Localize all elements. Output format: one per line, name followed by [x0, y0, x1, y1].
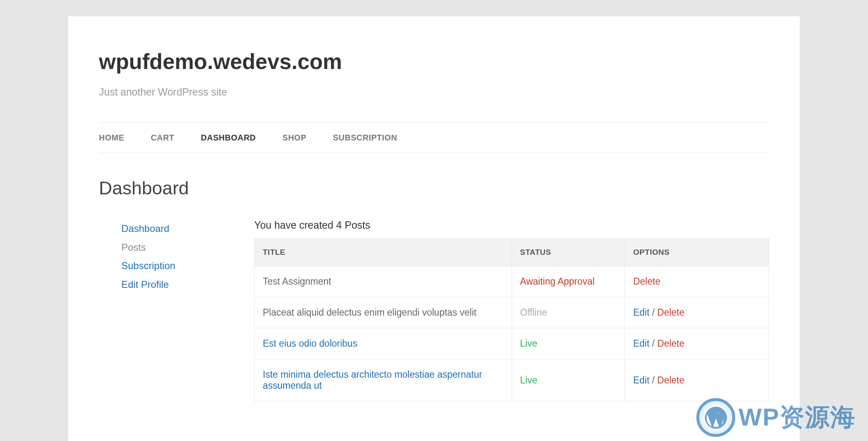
post-title[interactable]: Iste minima delectus architecto molestia…	[255, 359, 512, 401]
post-options: Edit / Delete	[625, 297, 769, 328]
post-title[interactable]: Est eius odio doloribus	[255, 328, 512, 359]
col-options: OPTIONS	[625, 239, 769, 266]
separator: /	[649, 307, 657, 318]
layout-row: DashboardPostsSubscriptionEdit Profile Y…	[99, 219, 769, 401]
sidebar-item-subscription[interactable]: Subscription	[121, 256, 221, 275]
posts-table: TITLE STATUS OPTIONS Test AssignmentAwai…	[254, 238, 769, 401]
delete-link[interactable]: Delete	[657, 375, 684, 385]
main-nav: HOMECARTDASHBOARDSHOPSUBSCRIPTION	[99, 122, 769, 153]
nav-item-dashboard[interactable]: DASHBOARD	[201, 133, 256, 143]
col-status: STATUS	[512, 239, 625, 266]
dashboard-sidebar: DashboardPostsSubscriptionEdit Profile	[99, 219, 221, 401]
col-title: TITLE	[255, 239, 512, 266]
post-title: Test Assignment	[255, 266, 512, 297]
nav-item-subscription[interactable]: SUBSCRIPTION	[333, 133, 397, 143]
table-header-row: TITLE STATUS OPTIONS	[255, 239, 769, 266]
sidebar-item-edit-profile[interactable]: Edit Profile	[121, 275, 221, 294]
sidebar-item-posts: Posts	[121, 238, 221, 257]
table-row: Test AssignmentAwaiting ApprovalDelete	[255, 266, 769, 297]
post-status: Offline	[512, 297, 625, 328]
table-row: Est eius odio doloribusLiveEdit / Delete	[255, 328, 769, 359]
edit-link[interactable]: Edit	[633, 307, 649, 318]
nav-item-home[interactable]: HOME	[99, 133, 124, 143]
nav-item-cart[interactable]: CART	[151, 133, 174, 143]
nav-item-shop[interactable]: SHOP	[282, 133, 306, 143]
site-title[interactable]: wpufdemo.wedevs.com	[99, 49, 769, 74]
delete-link[interactable]: Delete	[633, 276, 660, 287]
page-title: Dashboard	[99, 178, 769, 199]
content-area: Dashboard DashboardPostsSubscriptionEdit…	[68, 153, 800, 426]
delete-link[interactable]: Delete	[657, 307, 684, 318]
delete-link[interactable]: Delete	[657, 338, 684, 349]
separator: /	[649, 338, 657, 349]
post-title: Placeat aliquid delectus enim eligendi v…	[255, 297, 512, 328]
page-container: wpufdemo.wedevs.com Just another WordPre…	[68, 16, 800, 441]
post-status: Live	[512, 359, 625, 401]
main-panel: You have created 4 Posts TITLE STATUS OP…	[254, 219, 769, 401]
post-options: Delete	[625, 266, 769, 297]
post-status: Live	[512, 328, 625, 359]
separator: /	[649, 375, 657, 385]
posts-summary: You have created 4 Posts	[254, 219, 769, 231]
post-options: Edit / Delete	[625, 359, 769, 401]
site-header: wpufdemo.wedevs.com Just another WordPre…	[68, 16, 800, 110]
table-row: Iste minima delectus architecto molestia…	[255, 359, 769, 401]
post-status: Awaiting Approval	[512, 266, 625, 297]
post-options: Edit / Delete	[625, 328, 769, 359]
site-tagline: Just another WordPress site	[99, 86, 769, 98]
edit-link[interactable]: Edit	[633, 375, 649, 385]
table-row: Placeat aliquid delectus enim eligendi v…	[255, 297, 769, 328]
sidebar-item-dashboard[interactable]: Dashboard	[121, 219, 221, 238]
edit-link[interactable]: Edit	[633, 338, 649, 349]
